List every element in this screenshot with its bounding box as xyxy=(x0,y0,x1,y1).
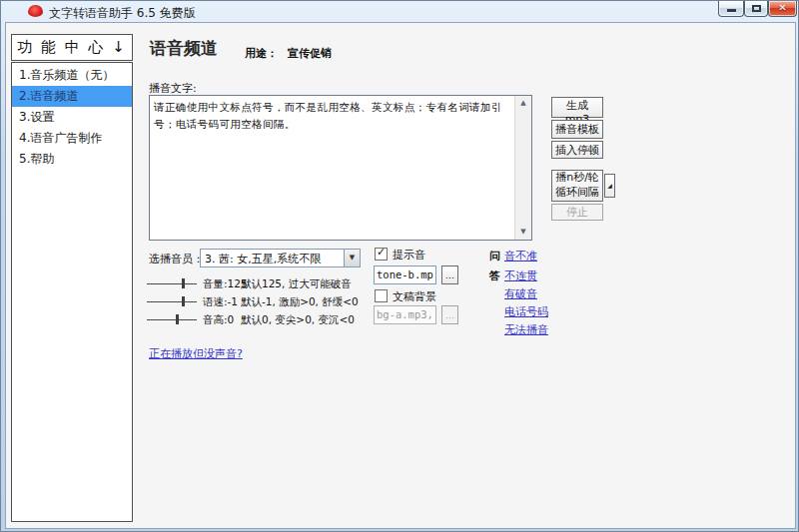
loop-options-button[interactable]: ◢ xyxy=(604,174,615,198)
app-window: 文字转语音助手 6.5 免费版 ✕ 功 能 中 心 ↓ 1.音乐频道（无） 2.… xyxy=(0,0,799,532)
faq-answer-label: 答 xyxy=(489,268,500,283)
chevron-down-icon: ↓ xyxy=(112,38,127,56)
pitch-value: 音高:0 xyxy=(203,313,234,327)
maximize-button[interactable] xyxy=(744,1,768,17)
insert-pause-button[interactable]: 插入停顿 xyxy=(551,141,603,159)
background-sound-label: 文稿背景 xyxy=(393,289,436,304)
generate-mp3-button[interactable]: 生成 mp3 xyxy=(551,97,603,118)
background-sound-browse-button[interactable]: … xyxy=(441,305,458,324)
volume-slider-thumb[interactable] xyxy=(182,278,185,288)
loop-interval-button[interactable]: 播n秒/轮 循环间隔 xyxy=(551,170,603,202)
scroll-up-icon[interactable]: ▲ xyxy=(515,96,531,111)
close-icon: ✕ xyxy=(778,2,786,13)
stop-button[interactable]: 停止 xyxy=(551,204,603,221)
check-icon: ✓ xyxy=(377,246,386,259)
title-bar[interactable]: 文字转语音助手 6.5 免费版 ✕ xyxy=(1,1,798,22)
usage-label: 用途： xyxy=(245,46,278,61)
prompt-sound-label: 提示音 xyxy=(393,248,425,263)
corner-arrow-icon: ◢ xyxy=(607,182,612,189)
broadcast-text-content: 请正确使用中文标点符号，而不是乱用空格、英文标点；专有名词请加引号；电话号码可用… xyxy=(154,99,510,134)
pitch-slider-thumb[interactable] xyxy=(176,314,179,324)
faq-link-clipping[interactable]: 有破音 xyxy=(504,286,537,301)
minimize-icon xyxy=(727,9,736,12)
speed-slider[interactable] xyxy=(147,294,197,308)
faq-link-inaccurate[interactable]: 音不准 xyxy=(504,249,537,264)
scroll-down-icon[interactable]: ▼ xyxy=(515,225,531,240)
sidebar-header-label: 功 能 中 心 xyxy=(17,38,105,56)
window-title: 文字转语音助手 6.5 免费版 xyxy=(49,5,196,22)
speed-slider-thumb[interactable] xyxy=(182,296,185,306)
prompt-sound-browse-button[interactable]: … xyxy=(441,266,458,284)
sidebar-item-help[interactable]: 5.帮助 xyxy=(12,149,132,170)
background-sound-checkbox[interactable] xyxy=(375,289,388,302)
sidebar-header[interactable]: 功 能 中 心 ↓ xyxy=(11,34,133,61)
volume-hint: 默认125, 过大可能破音 xyxy=(241,277,352,291)
textarea-scrollbar[interactable]: ▲ ▼ xyxy=(514,96,531,240)
sidebar-item-settings[interactable]: 3.设置 xyxy=(12,107,132,128)
maximize-icon xyxy=(752,5,761,12)
faq-link-phone-number[interactable]: 电话号码 xyxy=(504,304,548,319)
faq-link-cannot-play[interactable]: 无法播音 xyxy=(504,322,548,337)
prompt-sound-file-input[interactable] xyxy=(374,266,436,284)
pitch-slider[interactable] xyxy=(147,312,197,326)
combo-arrow-icon[interactable]: ▼ xyxy=(344,250,360,266)
no-sound-help-link[interactable]: 正在播放但没声音? xyxy=(149,346,243,361)
speaker-label: 选播音员： xyxy=(149,252,204,266)
close-button[interactable]: ✕ xyxy=(768,1,797,17)
speed-value: 语速:-1 xyxy=(203,295,238,309)
broadcast-template-button[interactable]: 播音模板 xyxy=(551,120,603,139)
speaker-combobox[interactable]: 3. 茜: 女,五星,系统不限 ▼ xyxy=(200,249,361,267)
page-title: 语音频道 xyxy=(150,37,218,60)
sidebar-item-voice-channel[interactable]: 2.语音频道 xyxy=(12,86,132,107)
usage-value: 宣传促销 xyxy=(288,46,332,61)
broadcast-text-label: 播音文字: xyxy=(149,81,197,96)
app-logo-icon xyxy=(28,5,43,17)
pitch-hint: 默认0, 变尖>0, 变沉<0 xyxy=(241,313,355,327)
broadcast-textarea[interactable]: 请正确使用中文标点符号，而不是乱用空格、英文标点；专有名词请加引号；电话号码可用… xyxy=(149,95,532,241)
speed-hint: 默认-1, 激励>0, 舒缓<0 xyxy=(241,295,359,309)
sidebar-item-music-channel[interactable]: 1.音乐频道（无） xyxy=(12,65,132,86)
loop-interval-line2: 循环间隔 xyxy=(555,186,599,199)
faq-link-incoherent[interactable]: 不连贯 xyxy=(504,268,537,283)
speaker-value: 3. 茜: 女,五星,系统不限 xyxy=(205,252,321,266)
sidebar-item-voice-ad[interactable]: 4.语音广告制作 xyxy=(12,128,132,149)
faq-question-label: 问 xyxy=(489,249,500,264)
sidebar-list: 1.音乐频道（无） 2.语音频道 3.设置 4.语音广告制作 5.帮助 xyxy=(11,62,133,522)
volume-slider[interactable] xyxy=(147,276,197,290)
loop-interval-line1: 播n秒/轮 xyxy=(555,171,599,184)
background-sound-file-input[interactable] xyxy=(374,305,436,324)
minimize-button[interactable] xyxy=(718,1,744,17)
prompt-sound-checkbox[interactable]: ✓ xyxy=(375,248,388,261)
